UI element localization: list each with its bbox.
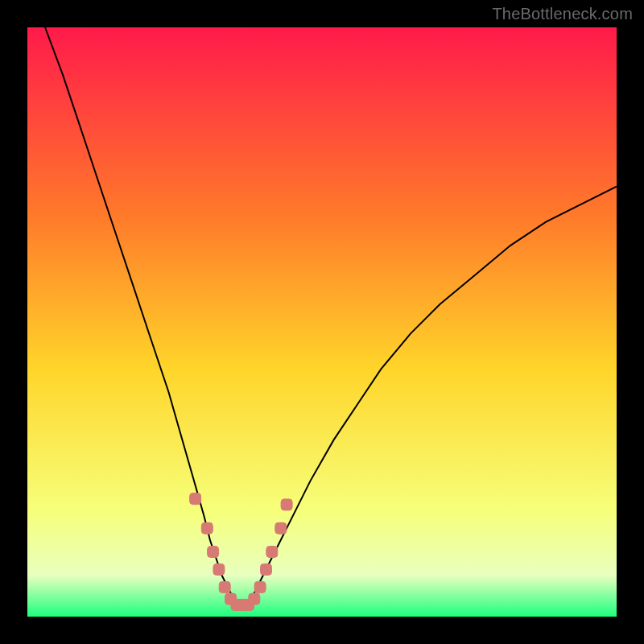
curve-marker [249, 593, 260, 605]
watermark-text: TheBottleneck.com [492, 5, 633, 23]
curve-marker [208, 547, 219, 558]
curve-marker [190, 493, 201, 505]
curve-marker [261, 564, 272, 575]
curve-marker [266, 547, 278, 558]
gradient-background [27, 27, 617, 617]
curve-marker [275, 522, 287, 534]
plot-area [27, 27, 617, 617]
curve-marker [254, 581, 266, 592]
curve-marker [281, 499, 292, 510]
curve-marker [219, 581, 230, 592]
curve-marker [213, 564, 225, 575]
curve-marker [201, 522, 213, 534]
chart-frame: TheBottleneck.com [0, 0, 644, 644]
chart-svg [27, 27, 617, 617]
